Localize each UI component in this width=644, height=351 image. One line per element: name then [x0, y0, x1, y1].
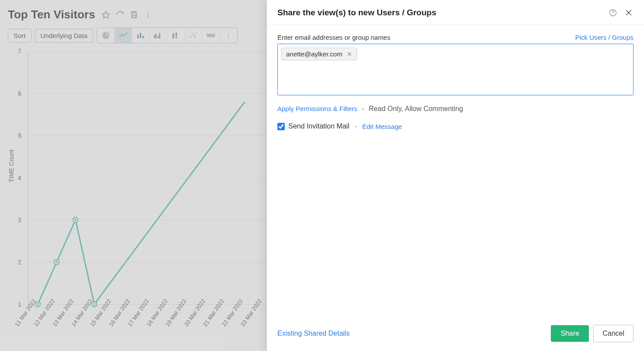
close-icon[interactable] [624, 8, 634, 17]
send-mail-label: Send Invitation Mail [288, 122, 350, 130]
permissions-row: Apply Permissions & Filters - Read Only,… [277, 105, 634, 113]
permissions-description: Read Only, Allow Commenting [369, 105, 463, 112]
modal-body: Enter email addresses or group names Pic… [267, 25, 644, 318]
modal-footer: Existing Shared Details Share Cancel [267, 318, 644, 351]
email-tag-input[interactable]: anette@aylker.com ✕ [277, 44, 634, 95]
share-button[interactable]: Share [551, 325, 589, 342]
edit-message-link[interactable]: Edit Message [362, 123, 402, 130]
modal-title: Share the view(s) to new Users / Groups [277, 8, 436, 17]
svg-point-32 [612, 14, 613, 15]
share-modal: Share the view(s) to new Users / Groups … [267, 0, 644, 351]
modal-header: Share the view(s) to new Users / Groups [267, 0, 644, 25]
pick-users-link[interactable]: Pick Users / Groups [575, 34, 634, 41]
email-field-label: Enter email addresses or group names [277, 34, 390, 41]
send-mail-checkbox[interactable] [277, 123, 285, 130]
app-background: Top Ten Visitors Sort Underlying Data [0, 0, 644, 351]
separator: - [355, 122, 357, 130]
apply-permissions-link[interactable]: Apply Permissions & Filters [277, 105, 357, 112]
chip-remove-icon[interactable]: ✕ [347, 51, 352, 58]
existing-shared-link[interactable]: Existing Shared Details [277, 330, 350, 337]
cancel-button[interactable]: Cancel [593, 325, 634, 342]
send-mail-row: Send Invitation Mail - Edit Message [277, 122, 634, 130]
separator: - [362, 105, 364, 112]
email-chip: anette@aylker.com ✕ [281, 48, 357, 60]
email-chip-text: anette@aylker.com [286, 50, 343, 58]
help-icon[interactable] [608, 8, 618, 17]
